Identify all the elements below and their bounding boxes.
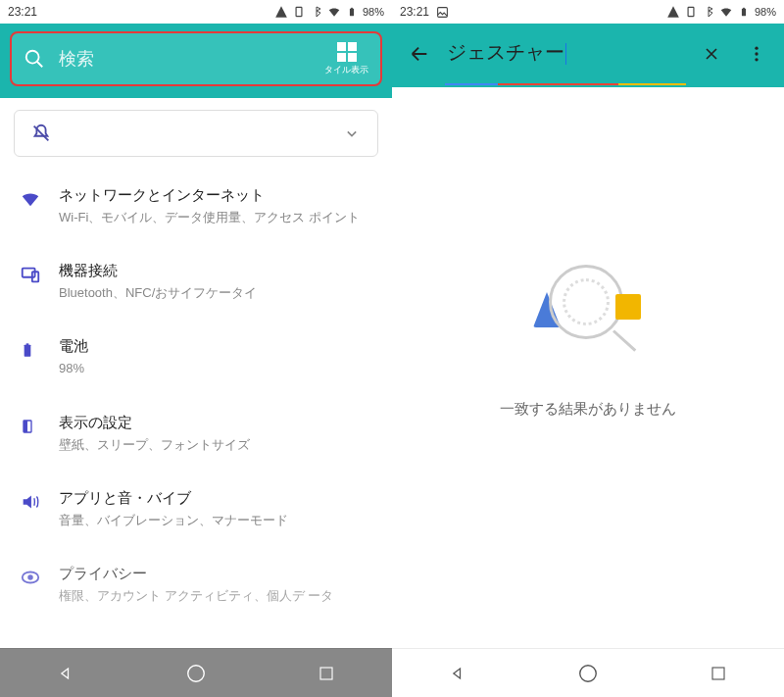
grid-icon	[337, 42, 357, 62]
empty-results: 一致する結果がありません	[392, 87, 784, 648]
svg-rect-19	[743, 8, 745, 9]
search-input[interactable]: ジェスチャー	[445, 33, 686, 74]
status-time: 23:21	[8, 5, 37, 19]
screen-settings: 23:21 98% 検索 タイル表示	[0, 0, 392, 697]
settings-search-box[interactable]: 検索 タイル表示	[10, 31, 382, 86]
dotted-circle	[563, 278, 610, 325]
clear-search-button[interactable]	[692, 34, 731, 74]
setting-row-network[interactable]: ネットワークとインターネット Wi-Fi、モバイル、データ使用量、アクセス ポイ…	[0, 169, 392, 244]
nav-recent-button[interactable]	[315, 662, 338, 685]
search-icon	[24, 48, 45, 70]
wifi-icon	[719, 5, 733, 19]
search-header: ジェスチャー	[392, 24, 784, 87]
vibrate-icon	[292, 5, 306, 19]
setting-subtitle: Wi-Fi、モバイル、データ使用量、アクセス ポイント	[59, 209, 372, 226]
wifi-icon	[20, 188, 59, 210]
setting-row-privacy[interactable]: プライバシー 権限、アカウント アクティビティ、個人デ ータ	[0, 547, 392, 622]
svg-rect-17	[688, 7, 694, 16]
square-shape	[615, 294, 641, 320]
svg-rect-2	[351, 8, 353, 9]
quick-settings-card[interactable]	[14, 110, 378, 157]
empty-message: 一致する結果がありません	[500, 400, 676, 419]
battery-icon	[20, 339, 59, 361]
svg-point-14	[188, 665, 205, 681]
svg-point-22	[755, 58, 758, 61]
nav-back-button[interactable]	[54, 662, 77, 685]
devices-icon	[20, 264, 59, 285]
battery-icon	[345, 5, 359, 19]
svg-point-13	[27, 574, 33, 580]
bluetooth-status-icon	[310, 5, 323, 19]
setting-row-display[interactable]: 表示の設定 壁紙、スリープ、フォントサイズ	[0, 396, 392, 472]
nav-back-button[interactable]	[446, 662, 469, 685]
volume-icon	[20, 491, 59, 513]
setting-subtitle: 音量、バイブレーション、マナーモード	[59, 512, 372, 529]
bluetooth-status-icon	[702, 5, 715, 19]
nav-recent-button[interactable]	[707, 662, 730, 685]
svg-rect-15	[320, 668, 332, 679]
svg-line-4	[37, 62, 43, 68]
nav-home-button[interactable]	[184, 662, 208, 685]
svg-rect-0	[296, 7, 302, 16]
battery-icon	[737, 5, 751, 19]
battery-percent: 98%	[363, 6, 384, 18]
setting-title: 電池	[59, 337, 372, 356]
settings-list: ネットワークとインターネット Wi-Fi、モバイル、データ使用量、アクセス ポイ…	[0, 98, 392, 648]
bell-off-icon	[30, 123, 52, 144]
navigation-bar	[0, 648, 392, 697]
settings-search-header: 検索 タイル表示	[0, 24, 392, 98]
more-menu-button[interactable]	[737, 34, 776, 74]
svg-rect-18	[742, 9, 746, 17]
setting-subtitle: 98%	[59, 360, 372, 377]
setting-title: アプリと音・バイブ	[59, 489, 372, 508]
status-bar: 23:21 98%	[0, 0, 392, 24]
back-button[interactable]	[400, 34, 439, 74]
battery-percent: 98%	[755, 6, 776, 18]
nav-home-button[interactable]	[576, 662, 600, 685]
text-cursor	[565, 43, 566, 65]
setting-title: 表示の設定	[59, 414, 372, 432]
navigation-bar	[392, 648, 784, 697]
svg-rect-16	[437, 7, 447, 17]
svg-rect-11	[24, 421, 27, 432]
svg-point-20	[755, 46, 758, 49]
setting-subtitle: Bluetooth、NFC/おサイフケータイ	[59, 284, 372, 302]
empty-graphic	[529, 259, 647, 376]
svg-rect-1	[350, 9, 354, 17]
svg-rect-8	[24, 345, 31, 357]
setting-title: 機器接続	[59, 262, 372, 280]
svg-point-3	[26, 51, 39, 64]
svg-point-23	[580, 665, 597, 681]
svg-rect-9	[26, 344, 29, 346]
wifi-icon	[327, 5, 341, 19]
screen-search-results: 23:21 98% ジェスチャー	[392, 0, 784, 697]
setting-row-battery[interactable]: 電池 98%	[0, 320, 392, 395]
chevron-down-icon	[342, 124, 362, 143]
display-icon	[20, 416, 59, 437]
status-bar: 23:21 98%	[392, 0, 784, 24]
svg-point-21	[755, 52, 758, 55]
signal-icon	[666, 5, 680, 19]
setting-subtitle: 権限、アカウント アクティビティ、個人デ ータ	[59, 587, 372, 605]
search-placeholder: 検索	[59, 47, 324, 71]
svg-rect-24	[712, 668, 724, 679]
status-time: 23:21	[400, 5, 429, 19]
vibrate-icon	[684, 5, 698, 19]
search-underline	[445, 72, 686, 74]
magnifier-handle	[612, 329, 636, 351]
image-notification-icon	[435, 5, 449, 19]
signal-icon	[274, 5, 288, 19]
search-query-text: ジェスチャー	[447, 41, 564, 63]
setting-title: ネットワークとインターネット	[59, 186, 372, 205]
setting-title: プライバシー	[59, 565, 372, 583]
tile-label: タイル表示	[324, 64, 368, 76]
setting-row-devices[interactable]: 機器接続 Bluetooth、NFC/おサイフケータイ	[0, 244, 392, 320]
tile-view-toggle[interactable]: タイル表示	[324, 42, 368, 76]
privacy-icon	[20, 567, 59, 588]
setting-subtitle: 壁紙、スリープ、フォントサイズ	[59, 436, 372, 454]
setting-row-apps-sound[interactable]: アプリと音・バイブ 音量、バイブレーション、マナーモード	[0, 472, 392, 547]
